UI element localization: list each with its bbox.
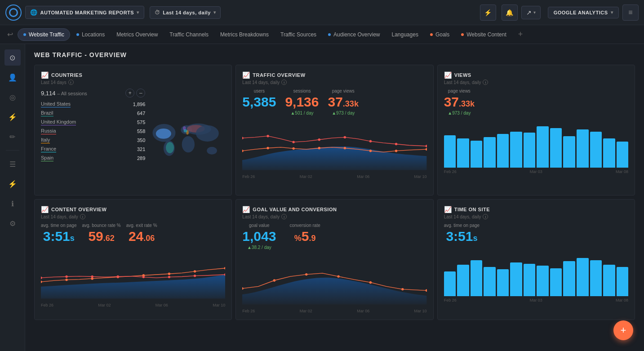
sidebar-icon-users[interactable]: 👤	[4, 69, 21, 85]
svg-point-39	[65, 275, 67, 278]
views-card: 📈 VIEWS Last 14 days, daily i page views…	[437, 65, 635, 195]
svg-point-2	[156, 129, 171, 139]
card-title: TIME ON SITE	[454, 207, 490, 212]
country-row: United States 1,896	[41, 101, 145, 107]
card-icon: 📈	[444, 206, 452, 213]
bar	[577, 258, 589, 296]
country-value: 321	[137, 147, 145, 152]
fire-btn[interactable]: ⚡	[480, 4, 496, 21]
metric-label: avg. exit rate %	[126, 223, 157, 228]
svg-point-25	[318, 138, 320, 141]
tab-metrics-overview[interactable]: Metrics Overview	[111, 29, 163, 40]
sidebar-icon-analytics[interactable]: ◎	[4, 89, 21, 105]
date-range-dropdown[interactable]: ⏱ Last 14 days, daily ▾	[150, 6, 221, 19]
sidebar-icon-settings[interactable]: ⚙	[4, 215, 21, 231]
card-header: 📈 VIEWS	[444, 71, 628, 79]
bar	[603, 138, 615, 168]
svg-point-47	[273, 279, 275, 281]
logo-inner	[9, 8, 18, 17]
svg-point-28	[395, 143, 397, 145]
metric-label: goal value	[242, 223, 276, 228]
analytics-chevron: ▾	[611, 10, 613, 15]
bell-btn[interactable]: 🔔	[502, 4, 518, 21]
add-tab-btn[interactable]: +	[515, 28, 527, 41]
sidebar-icon-lightning[interactable]: ⚡	[4, 109, 21, 125]
tab-website-content[interactable]: Website Content	[456, 29, 512, 40]
countries-content: 9,114 – All sessions + – United States 1…	[41, 89, 225, 189]
svg-point-31	[65, 279, 67, 281]
sidebar-icon-edit[interactable]: ✏	[4, 129, 21, 145]
metric-label: avg. time on page	[41, 223, 77, 228]
collapse-icon[interactable]: –	[136, 89, 145, 98]
bar	[444, 271, 456, 296]
bar	[471, 260, 483, 296]
bar	[537, 126, 549, 168]
menu-btn[interactable]: ≡	[622, 4, 639, 21]
sidebar-icon-list[interactable]: ☰	[4, 156, 21, 172]
fab-button[interactable]: +	[613, 320, 633, 340]
metric-value: 59.62	[82, 229, 121, 244]
tab-traffic-sources[interactable]: Traffic Sources	[275, 29, 322, 40]
svg-point-48	[305, 273, 307, 275]
bar	[497, 269, 509, 296]
metric-cols: users 5,385 sessions 9,136 ▲501 / day pa…	[242, 89, 426, 116]
page-title: WEB TRAFFIC - OVERVIEW	[34, 51, 635, 58]
report-dropdown[interactable]: 🌐 AUTOMATED MARKETING REPORTS ▾	[25, 6, 144, 19]
tab-audience-overview[interactable]: Audience Overview	[323, 29, 385, 40]
card-header: 📈 CONTENT OVERVIEW	[41, 206, 225, 213]
tab-website-traffic[interactable]: Website Traffic	[18, 28, 70, 41]
tab-label: Locations	[82, 31, 105, 38]
tab-label: Goals	[435, 31, 449, 38]
tab-goals[interactable]: Goals	[425, 29, 455, 40]
metric-sub: ▲973 / day	[444, 111, 475, 116]
x-labels: Feb 26 Mar 02 Mar 06 Mar 10	[242, 309, 426, 313]
card-subtitle: Last 14 days, daily i	[444, 80, 628, 85]
country-row: Spain 289	[41, 155, 145, 161]
logo	[5, 4, 22, 21]
card-title: GOAL VALUE AND CONVERSION	[253, 207, 337, 212]
users-metric: users 5,385	[242, 89, 276, 116]
bar	[497, 134, 509, 168]
sidebar-icon-bolt[interactable]: ⚡	[4, 176, 21, 192]
tab-languages[interactable]: Languages	[386, 29, 424, 40]
bar	[484, 137, 496, 168]
bar	[550, 128, 562, 168]
card-icon: 📈	[242, 71, 250, 79]
svg-point-35	[168, 273, 170, 275]
info-icon: i	[68, 80, 74, 85]
sidebar-icon-info[interactable]: ℹ	[4, 195, 21, 212]
bounce-metric: avg. bounce rate % 59.62	[82, 223, 121, 244]
card-icon: 📈	[444, 71, 452, 79]
svg-point-51	[401, 288, 404, 290]
date-chevron: ▾	[213, 10, 216, 15]
svg-point-12	[184, 129, 187, 133]
tab-dot	[76, 33, 79, 36]
expand-icon[interactable]: +	[125, 89, 134, 98]
tab-traffic-channels[interactable]: Traffic Channels	[164, 29, 214, 40]
tab-dot	[328, 33, 331, 36]
metric-label: users	[242, 89, 276, 93]
bar	[563, 261, 575, 296]
bar	[444, 135, 456, 168]
bar	[524, 264, 536, 296]
country-value: 647	[137, 111, 145, 116]
country-name: Italy	[41, 137, 50, 143]
analytics-dropdown[interactable]: GOOGLE ANALYTICS ▾	[548, 7, 619, 18]
bar	[590, 260, 602, 296]
svg-point-15	[267, 147, 269, 149]
info-icon: i	[80, 214, 85, 219]
svg-point-20	[395, 150, 397, 152]
country-row: Russia 558	[41, 128, 145, 134]
tab-back-btn[interactable]: ↩	[4, 28, 17, 40]
tab-metrics-breakdowns[interactable]: Metrics Breakdowns	[215, 29, 274, 40]
share-btn[interactable]: ↗ ▾	[521, 6, 541, 19]
svg-point-38	[41, 276, 42, 279]
cards-grid: 📈 COUNTRIES Last 14 days i 9,114 – All s…	[34, 65, 635, 320]
tab-locations[interactable]: Locations	[71, 29, 110, 40]
sidebar-icon-dashboard[interactable]: ⊙	[4, 49, 21, 66]
card-header: 📈 GOAL VALUE AND CONVERSION	[242, 206, 426, 213]
svg-point-27	[369, 140, 372, 142]
goal-conversion-card: 📈 GOAL VALUE AND CONVERSION Last 14 days…	[235, 199, 433, 320]
metric-value: 37.33k	[328, 94, 358, 110]
goal-value-metric: goal value 1,043 ▲38.2 / day	[242, 223, 276, 250]
